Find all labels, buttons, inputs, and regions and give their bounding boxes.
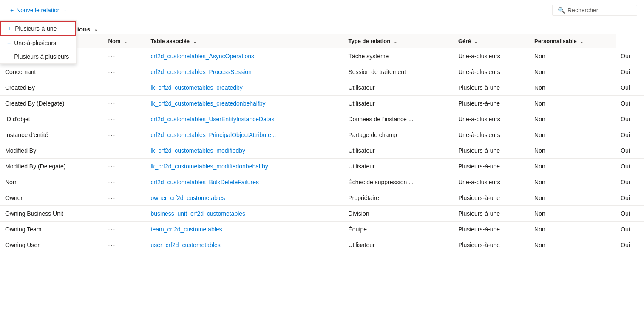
table-body: Concernant ··· crf2d_custometables_Async… [0, 48, 644, 253]
nouvelle-relation-button[interactable]: + Nouvelle relation ⌄ [7, 5, 70, 15]
breadcrumb-chevron-icon[interactable]: ⌄ [94, 26, 98, 32]
cell-nom[interactable]: crf2d_custometables_ProcessSession [146, 64, 343, 80]
cell-type-relation: Plusieurs-à-une [453, 206, 529, 222]
row-options-icon[interactable]: ··· [108, 100, 116, 107]
row-options-icon[interactable]: ··· [108, 84, 116, 91]
row-options-icon[interactable]: ··· [108, 242, 116, 248]
table-row: Modified By ··· lk_crf2d_custometables_m… [0, 143, 644, 159]
row-options-icon[interactable]: ··· [108, 226, 116, 233]
cell-gere: Non [529, 127, 616, 143]
cell-dots[interactable]: ··· [103, 206, 146, 222]
cell-dots[interactable]: ··· [103, 64, 146, 80]
table-row: Concernant ··· crf2d_custometables_Proce… [0, 64, 644, 80]
cell-table-associee: Propriétaire [343, 190, 453, 206]
cell-dots[interactable]: ··· [103, 80, 146, 96]
cell-type-relation: Plusieurs-à-une [453, 96, 529, 111]
table-row: Instance d'entité ··· crf2d_custometable… [0, 127, 644, 143]
nouvelle-relation-label: Nouvelle relation [16, 7, 60, 14]
dropdown-label-3: Plusieurs à plusieurs [14, 53, 69, 60]
cell-nom-amenage: ID d'objet [0, 111, 103, 127]
cell-nom[interactable]: crf2d_custometables_PrincipalObjectAttri… [146, 127, 343, 143]
cell-dots[interactable]: ··· [103, 48, 146, 64]
row-options-icon[interactable]: ··· [108, 194, 116, 201]
dropdown-item-une-a-plusieurs[interactable]: + Une-à-plusieurs [0, 36, 76, 50]
cell-type-relation: Une-à-plusieurs [453, 174, 529, 190]
cell-dots[interactable]: ··· [103, 127, 146, 143]
cell-personnalisable: Oui [616, 143, 644, 159]
col-header-nom[interactable]: Nom ⌄ [103, 34, 146, 48]
col-header-personnalisable[interactable]: Personnalisable ⌄ [529, 34, 616, 48]
dropdown-menu: + Plusieurs-à-une + Une-à-plusieurs + Pl… [0, 20, 77, 64]
cell-nom[interactable]: owner_crf2d_custometables [146, 190, 343, 206]
top-bar: + Nouvelle relation ⌄ 🔍 Rechercher [0, 0, 644, 20]
row-options-icon[interactable]: ··· [108, 131, 116, 138]
cell-dots[interactable]: ··· [103, 174, 146, 190]
dropdown-item-plusieurs-a-une[interactable]: + Plusieurs-à-une [0, 21, 76, 36]
cell-gere: Non [529, 222, 616, 237]
search-placeholder: Rechercher [567, 7, 598, 14]
cell-table-associee: Utilisateur [343, 237, 453, 253]
row-options-icon[interactable]: ··· [108, 68, 116, 75]
cell-personnalisable: Oui [616, 80, 644, 96]
sort-perso-icon: ⌄ [580, 39, 583, 44]
search-box[interactable]: 🔍 Rechercher [552, 5, 637, 16]
cell-nom[interactable]: crf2d_custometables_AsyncOperations [146, 48, 343, 64]
dropdown-label-1: Plusieurs-à-une [15, 25, 57, 32]
cell-gere: Non [529, 237, 616, 253]
cell-type-relation: Une-à-plusieurs [453, 127, 529, 143]
row-options-icon[interactable]: ··· [108, 116, 116, 123]
cell-nom[interactable]: lk_crf2d_custometables_createdby [146, 80, 343, 96]
cell-personnalisable: Oui [616, 174, 644, 190]
row-options-icon[interactable]: ··· [108, 53, 116, 60]
sort-gere-icon: ⌄ [474, 39, 477, 44]
cell-type-relation: Plusieurs-à-une [453, 222, 529, 237]
cell-nom-amenage: Owner [0, 190, 103, 206]
table-row: Nom ··· crf2d_custometables_BulkDeleteFa… [0, 174, 644, 190]
row-options-icon[interactable]: ··· [108, 210, 116, 217]
cell-type-relation: Plusieurs-à-une [453, 143, 529, 159]
col-header-table-associee[interactable]: Table associée ⌄ [146, 34, 343, 48]
cell-table-associee: Données de l'instance ... [343, 111, 453, 127]
cell-dots[interactable]: ··· [103, 190, 146, 206]
table-row: Concernant ··· crf2d_custometables_Async… [0, 48, 644, 64]
cell-table-associee: Utilisateur [343, 80, 453, 96]
col-header-type-relation[interactable]: Type de relation ⌄ [343, 34, 453, 48]
cell-nom[interactable]: crf2d_custometables_BulkDeleteFailures [146, 174, 343, 190]
cell-type-relation: Une-à-plusieurs [453, 64, 529, 80]
dropdown-item-plusieurs-plusieurs[interactable]: + Plusieurs à plusieurs [0, 50, 76, 63]
cell-personnalisable: Oui [616, 48, 644, 64]
cell-dots[interactable]: ··· [103, 222, 146, 237]
cell-dots[interactable]: ··· [103, 96, 146, 111]
cell-nom[interactable]: crf2d_custometables_UserEntityInstanceDa… [146, 111, 343, 127]
cell-type-relation: Une-à-plusieurs [453, 48, 529, 64]
cell-table-associee: Équipe [343, 222, 453, 237]
cell-nom[interactable]: lk_crf2d_custometables_modifiedonbehalfb… [146, 159, 343, 174]
cell-nom[interactable]: lk_crf2d_custometables_createdonbehalfby [146, 96, 343, 111]
row-options-icon[interactable]: ··· [108, 147, 116, 154]
cell-nom-amenage: Owning User [0, 237, 103, 253]
row-options-icon[interactable]: ··· [108, 179, 116, 185]
cell-gere: Non [529, 96, 616, 111]
dropdown-label-2: Une-à-plusieurs [14, 40, 56, 46]
row-options-icon[interactable]: ··· [108, 163, 116, 170]
plus-icon-3: + [7, 53, 11, 60]
cell-dots[interactable]: ··· [103, 143, 146, 159]
cell-dots[interactable]: ··· [103, 159, 146, 174]
col-header-gere[interactable]: Géré ⌄ [453, 34, 529, 48]
cell-nom[interactable]: lk_crf2d_custometables_modifiedby [146, 143, 343, 159]
sort-type-icon: ⌄ [394, 39, 397, 44]
table-row: Owning Business Unit ··· business_unit_c… [0, 206, 644, 222]
cell-table-associee: Utilisateur [343, 96, 453, 111]
plus-icon-2: + [7, 40, 11, 46]
cell-type-relation: Plusieurs-à-une [453, 190, 529, 206]
cell-dots[interactable]: ··· [103, 237, 146, 253]
table-header-row: Nom d'amenage ↑ ⌄ Nom ⌄ Table associée ⌄… [0, 34, 644, 48]
cell-personnalisable: Oui [616, 64, 644, 80]
cell-nom[interactable]: business_unit_crf2d_custometables [146, 206, 343, 222]
cell-gere: Non [529, 190, 616, 206]
cell-dots[interactable]: ··· [103, 111, 146, 127]
cell-nom[interactable]: user_crf2d_custometables [146, 237, 343, 253]
cell-personnalisable: Oui [616, 222, 644, 237]
cell-nom[interactable]: team_crf2d_custometables [146, 222, 343, 237]
cell-type-relation: Plusieurs-à-une [453, 80, 529, 96]
